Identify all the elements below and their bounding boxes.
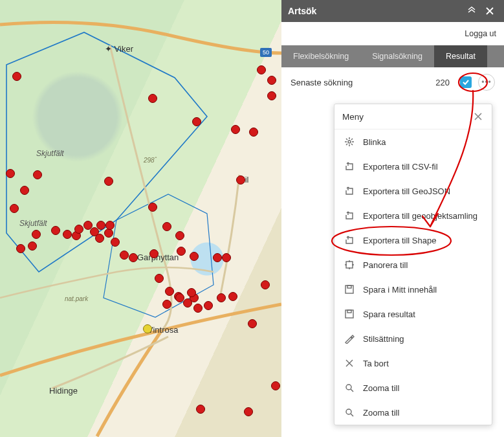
result-point[interactable]: [217, 293, 226, 302]
menu-item-label: Spara resultat: [363, 309, 415, 319]
result-point[interactable]: [192, 117, 201, 126]
result-point[interactable]: [162, 222, 171, 231]
result-point[interactable]: [148, 94, 157, 103]
result-point[interactable]: [261, 280, 270, 289]
result-point[interactable]: [204, 301, 213, 310]
panel-header: Artsök: [281, 0, 504, 22]
result-point[interactable]: [193, 304, 203, 313]
menu-item-panorera-till[interactable]: Panorera till: [334, 252, 492, 277]
logout-link[interactable]: Logga ut: [465, 29, 496, 38]
tab-flexi[interactable]: Flexibelsökning: [281, 45, 360, 67]
result-point[interactable]: [196, 405, 205, 414]
result-point[interactable]: [257, 65, 266, 74]
menu-item-spara-i-mitt-inneh-ll[interactable]: Spara i Mitt innehåll: [334, 277, 492, 302]
result-point[interactable]: [28, 241, 37, 251]
tab-signal[interactable]: Signalsökning: [360, 45, 434, 67]
result-point[interactable]: [63, 230, 72, 239]
result-point[interactable]: [236, 175, 245, 185]
menu-item-ta-bort[interactable]: Ta bort: [334, 351, 492, 375]
result-point[interactable]: [231, 125, 240, 134]
result-point[interactable]: [74, 225, 83, 234]
menu-item-label: Exportera till geoobjektsamling: [363, 211, 477, 221]
result-point[interactable]: [129, 253, 138, 262]
result-title: Senaste sökning: [290, 78, 429, 87]
blink-icon: [344, 136, 355, 148]
result-point[interactable]: [105, 221, 115, 230]
svg-rect-5: [347, 310, 351, 313]
svg-rect-4: [345, 310, 353, 318]
menu-item-exportera-till-shape[interactable]: Exportera till Shape: [334, 228, 492, 252]
menu-item-label: Stilsättning: [363, 334, 404, 344]
tab-result[interactable]: Resultat: [434, 45, 487, 67]
result-point[interactable]: [267, 76, 276, 85]
result-point[interactable]: [248, 319, 257, 328]
result-point[interactable]: [175, 231, 184, 240]
result-point[interactable]: [148, 203, 157, 212]
result-point[interactable]: [120, 251, 129, 260]
export-icon: [344, 234, 355, 246]
result-point[interactable]: [177, 247, 186, 256]
result-point[interactable]: [96, 221, 105, 230]
menu-item-zooma-till[interactable]: Zooma till: [334, 375, 492, 400]
export-icon: [344, 210, 355, 221]
result-point[interactable]: [175, 293, 184, 302]
result-point[interactable]: [267, 91, 276, 100]
result-point[interactable]: [183, 298, 192, 308]
zoom-icon: [344, 382, 355, 394]
result-point[interactable]: [228, 292, 237, 301]
result-point[interactable]: [165, 287, 174, 296]
result-point[interactable]: [51, 226, 60, 235]
svg-point-6: [346, 385, 351, 390]
result-point-highlight[interactable]: [143, 324, 152, 333]
result-point[interactable]: [12, 72, 21, 81]
result-point[interactable]: [187, 288, 196, 297]
more-button[interactable]: •••: [478, 74, 495, 91]
result-point[interactable]: [111, 238, 120, 247]
result-point[interactable]: [104, 229, 113, 238]
result-point[interactable]: [213, 253, 222, 262]
pan-icon: [344, 259, 355, 271]
result-point[interactable]: [149, 249, 159, 258]
menu-item-label: Exportera till GeoJSON: [363, 186, 450, 196]
result-point[interactable]: [190, 252, 199, 261]
svg-rect-3: [347, 286, 351, 288]
menu-item-exportera-till-csv-fil[interactable]: Exportera till CSV-fil: [334, 154, 492, 179]
result-point[interactable]: [10, 204, 19, 213]
close-icon[interactable]: [482, 3, 498, 19]
result-point[interactable]: [162, 300, 171, 309]
save-icon: [344, 284, 355, 295]
menu-close-icon[interactable]: [472, 111, 484, 122]
result-point[interactable]: [271, 381, 280, 390]
menu-item-blinka[interactable]: Blinka: [334, 129, 492, 154]
result-point[interactable]: [95, 234, 104, 243]
menu-item-label: Spara i Mitt innehåll: [363, 285, 437, 295]
map-canvas[interactable]: ✦ VikerSkjutfältSkjutfält298ˆKilnat.park…: [0, 0, 281, 437]
search-panel: Artsök Logga ut FlexibelsökningSignalsök…: [281, 0, 504, 437]
menu-item-exportera-till-geojson[interactable]: Exportera till GeoJSON: [334, 179, 492, 203]
style-icon: [344, 333, 355, 344]
collapse-icon[interactable]: [464, 3, 479, 19]
menu-item-label: Ta bort: [363, 359, 389, 368]
result-point[interactable]: [20, 186, 29, 195]
svg-point-7: [346, 409, 351, 414]
result-point[interactable]: [33, 170, 42, 179]
result-visible-checkbox[interactable]: [460, 76, 472, 88]
menu-item-spara-resultat[interactable]: Spara resultat: [334, 302, 492, 326]
result-point[interactable]: [244, 407, 253, 416]
result-point[interactable]: [32, 230, 41, 239]
menu-item-zooma-till[interactable]: Zooma till: [334, 400, 492, 425]
menu-title: Meny: [342, 112, 472, 122]
map-roads: [0, 0, 281, 437]
menu-item-label: Exportera till Shape: [363, 236, 436, 245]
svg-rect-1: [346, 262, 353, 268]
menu-item-label: Blinka: [363, 137, 386, 147]
result-point[interactable]: [16, 244, 25, 253]
result-point[interactable]: [104, 177, 113, 186]
menu-item-exportera-till-geoobjektsamling[interactable]: Exportera till geoobjektsamling: [334, 203, 492, 228]
result-point[interactable]: [6, 169, 15, 178]
result-point[interactable]: [155, 274, 164, 283]
result-point[interactable]: [249, 128, 258, 137]
result-point[interactable]: [222, 253, 231, 262]
menu-item-label: Exportera till CSV-fil: [363, 162, 438, 172]
menu-item-stils-ttning[interactable]: Stilsättning: [334, 326, 492, 351]
